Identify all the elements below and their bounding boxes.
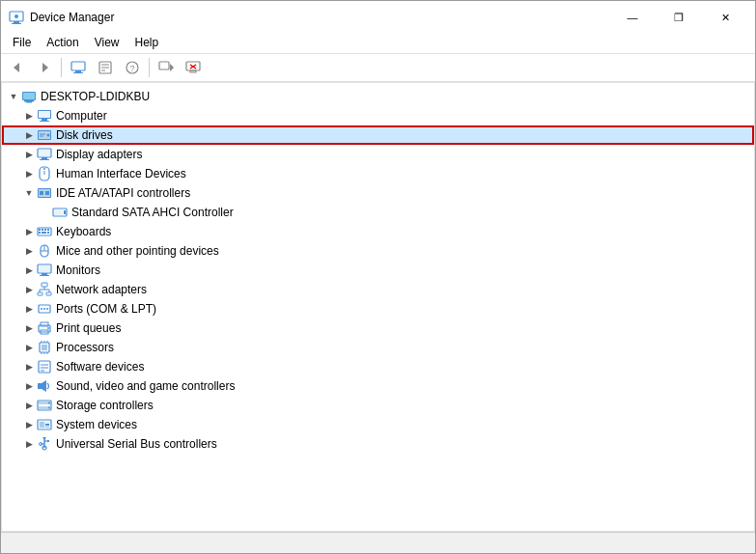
- svg-point-72: [43, 308, 45, 310]
- svg-rect-52: [47, 229, 49, 231]
- ide-label: IDE ATA/ATAPI controllers: [56, 186, 190, 200]
- tree-item-hid[interactable]: ▶ Human Interface Devices: [2, 164, 754, 183]
- svg-point-71: [41, 308, 42, 310]
- uninstall-button[interactable]: [181, 56, 206, 79]
- menu-view[interactable]: View: [87, 34, 127, 51]
- mice-expander[interactable]: ▶: [21, 243, 37, 259]
- root-label: DESKTOP-LDIDKBU: [41, 90, 150, 103]
- svg-point-31: [47, 134, 50, 137]
- update-icon: [158, 60, 174, 75]
- help-icon: ?: [125, 60, 140, 75]
- close-button[interactable]: ✕: [703, 6, 747, 29]
- svg-rect-100: [45, 424, 49, 426]
- svg-rect-7: [75, 70, 81, 72]
- minimize-button[interactable]: —: [610, 6, 655, 29]
- svg-point-73: [46, 308, 48, 310]
- storage-expander[interactable]: ▶: [21, 398, 37, 413]
- display-adapters-label: Display adapters: [56, 148, 142, 161]
- svg-rect-23: [26, 101, 32, 103]
- print-expander[interactable]: ▶: [21, 320, 37, 336]
- help-button[interactable]: ?: [120, 56, 145, 79]
- svg-rect-90: [38, 383, 42, 389]
- usb-expander[interactable]: ▶: [21, 436, 37, 452]
- monitors-icon: [37, 263, 52, 278]
- svg-rect-27: [42, 119, 47, 121]
- root-expander[interactable]: ▼: [6, 89, 21, 104]
- tree-item-processors[interactable]: ▶ Processors: [2, 338, 754, 357]
- svg-point-3: [14, 14, 18, 18]
- svg-rect-60: [39, 265, 50, 272]
- tree-item-computer[interactable]: ▶ Computer: [2, 106, 754, 125]
- svg-rect-8: [73, 72, 83, 73]
- tree-item-print[interactable]: ▶ Print queues: [2, 319, 754, 338]
- monitors-expander[interactable]: ▶: [21, 263, 37, 278]
- svg-rect-63: [42, 283, 47, 287]
- sata-icon: [52, 205, 68, 220]
- svg-marker-5: [42, 63, 48, 72]
- ide-expander[interactable]: ▼: [21, 185, 37, 201]
- svg-rect-53: [39, 232, 41, 234]
- computer-button[interactable]: [66, 56, 91, 79]
- update-driver-button[interactable]: [154, 56, 179, 79]
- svg-point-95: [48, 402, 50, 404]
- tree-item-system[interactable]: ▶ System devices: [2, 415, 754, 434]
- processors-expander[interactable]: ▶: [21, 340, 37, 355]
- tree-item-display-adapters[interactable]: ▶ Display adapters: [2, 145, 754, 164]
- print-label: Print queues: [56, 321, 121, 335]
- device-manager-window: Device Manager — ❐ ✕ File Action View He…: [0, 0, 756, 554]
- tree-item-network[interactable]: ▶ Network adapters: [2, 280, 754, 299]
- back-button[interactable]: [5, 56, 30, 79]
- maximize-button[interactable]: ❐: [657, 6, 701, 29]
- tree-item-ports[interactable]: ▶ Ports (COM & LPT): [2, 299, 754, 319]
- ports-expander[interactable]: ▶: [21, 301, 37, 317]
- back-icon: [11, 61, 24, 74]
- root-icon: [21, 89, 37, 104]
- software-expander[interactable]: ▶: [21, 359, 37, 374]
- mice-label: Mice and other pointing devices: [56, 244, 219, 258]
- forward-button[interactable]: [32, 56, 57, 79]
- svg-rect-44: [45, 191, 49, 195]
- tree-item-mice[interactable]: ▶ Mice and other pointing devices: [2, 241, 754, 261]
- tree-item-ide[interactable]: ▼ IDE ATA/ATAPI controllers: [2, 183, 754, 203]
- tree-item-usb[interactable]: ▶ Universal Serial Bus controllers: [2, 434, 754, 454]
- network-expander[interactable]: ▶: [21, 282, 37, 297]
- disk-drives-expander[interactable]: ▶: [21, 127, 37, 143]
- computer-icon: [70, 60, 86, 75]
- sound-icon: [37, 378, 52, 394]
- tree-item-sata[interactable]: Standard SATA AHCI Controller: [2, 203, 754, 222]
- sound-expander[interactable]: ▶: [21, 378, 37, 394]
- processors-label: Processors: [56, 341, 114, 354]
- tree-item-sound[interactable]: ▶ Sound, video and game controllers: [2, 376, 754, 396]
- tree-root[interactable]: ▼ DESKTOP-LDIDKBU: [2, 87, 754, 106]
- svg-rect-2: [12, 23, 21, 24]
- menu-file[interactable]: File: [5, 34, 39, 51]
- svg-rect-26: [39, 111, 50, 118]
- svg-rect-55: [47, 232, 49, 234]
- menu-action[interactable]: Action: [39, 34, 86, 51]
- tree-item-disk-drives[interactable]: ▶ Disk drives: [2, 125, 754, 145]
- display-expander[interactable]: ▶: [21, 147, 37, 162]
- menu-help[interactable]: Help: [127, 34, 167, 51]
- system-expander[interactable]: ▶: [21, 417, 37, 432]
- svg-point-96: [48, 407, 50, 409]
- hid-expander[interactable]: ▶: [21, 166, 37, 181]
- properties-icon: [98, 60, 113, 75]
- title-bar-left: Device Manager: [9, 10, 114, 25]
- tree-item-software[interactable]: ▶ Software devices: [2, 357, 754, 376]
- svg-rect-24: [23, 93, 35, 99]
- svg-marker-91: [42, 380, 46, 392]
- properties-button[interactable]: [93, 56, 118, 79]
- svg-rect-54: [42, 232, 46, 234]
- toolbar: ?: [1, 53, 755, 82]
- svg-point-77: [47, 327, 49, 329]
- svg-rect-61: [42, 273, 47, 275]
- computer-expander[interactable]: ▶: [21, 108, 37, 124]
- tree-item-storage[interactable]: ▶ Storage controllers: [2, 396, 754, 415]
- system-label: System devices: [56, 418, 137, 431]
- tree-item-monitors[interactable]: ▶ Monitors: [2, 261, 754, 280]
- storage-label: Storage controllers: [56, 399, 154, 412]
- tree-item-keyboards[interactable]: ▶ Keyboards: [2, 222, 754, 241]
- tree-view[interactable]: ▼ DESKTOP-LDIDKBU ▶: [2, 83, 754, 531]
- keyboards-expander[interactable]: ▶: [21, 224, 37, 239]
- svg-rect-28: [40, 121, 49, 122]
